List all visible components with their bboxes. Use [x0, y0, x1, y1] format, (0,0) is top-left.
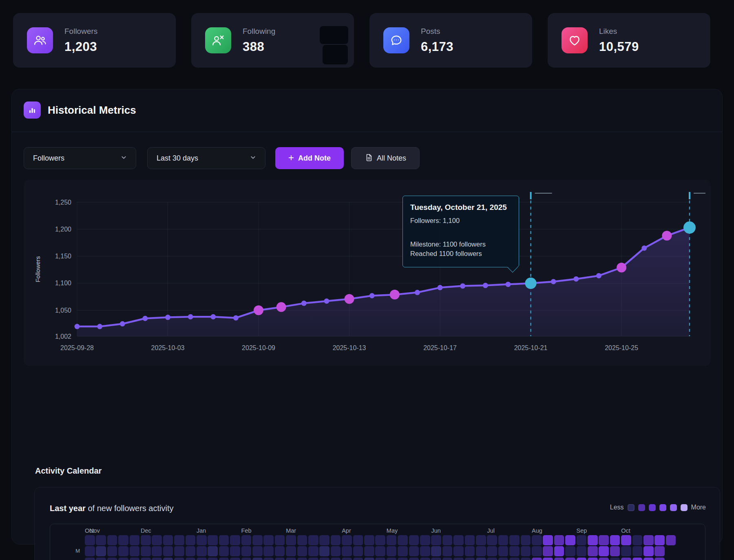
heatmap-cell[interactable] — [442, 558, 453, 560]
heatmap-cell[interactable] — [130, 558, 140, 560]
heatmap-cell[interactable] — [241, 546, 252, 556]
heatmap-cell[interactable] — [643, 558, 654, 560]
heatmap-cell[interactable] — [331, 535, 341, 545]
data-point[interactable] — [210, 314, 216, 320]
milestone-point[interactable] — [683, 221, 696, 234]
heatmap-cell[interactable] — [409, 546, 419, 556]
heatmap-cell[interactable] — [152, 558, 162, 560]
heatmap-cell[interactable] — [487, 546, 497, 556]
heatmap-cell[interactable] — [654, 535, 665, 545]
heatmap-cell[interactable] — [431, 546, 441, 556]
heatmap-cell[interactable] — [208, 546, 218, 556]
heatmap-cell[interactable] — [398, 535, 408, 545]
heatmap-cell[interactable] — [130, 546, 140, 556]
heatmap-cell[interactable] — [610, 558, 620, 560]
heatmap-cell[interactable] — [297, 546, 307, 556]
heatmap-cell[interactable] — [509, 535, 520, 545]
heatmap-cell[interactable] — [476, 558, 486, 560]
heatmap-cell[interactable] — [621, 535, 631, 545]
heatmap-cell[interactable] — [141, 535, 151, 545]
heatmap-cell[interactable] — [141, 558, 151, 560]
heatmap-cell[interactable] — [487, 535, 497, 545]
heatmap-cell[interactable] — [431, 558, 441, 560]
heatmap-cell[interactable] — [643, 546, 654, 556]
heatmap-cell[interactable] — [342, 535, 352, 545]
heatmap-cell[interactable] — [286, 535, 296, 545]
heatmap-cell[interactable] — [252, 558, 263, 560]
note-point[interactable] — [276, 302, 286, 312]
heatmap-cell[interactable] — [654, 546, 665, 556]
heatmap-cell[interactable] — [353, 546, 363, 556]
heatmap-cell[interactable] — [398, 558, 408, 560]
note-point[interactable] — [345, 294, 354, 304]
heatmap-cell[interactable] — [465, 546, 475, 556]
heatmap-cell[interactable] — [643, 535, 654, 545]
heatmap-cell[interactable] — [532, 546, 542, 556]
heatmap-cell[interactable] — [241, 535, 252, 545]
heatmap-cell[interactable] — [297, 558, 307, 560]
heatmap-cell[interactable] — [521, 546, 531, 556]
heatmap-cell[interactable] — [319, 546, 329, 556]
heatmap-cell[interactable] — [543, 535, 553, 545]
followers-line-chart[interactable]: 1,2501,2001,1501,1001,0501,0022025-09-28… — [24, 180, 711, 366]
heatmap-cell[interactable] — [263, 535, 274, 545]
range-select[interactable]: Last 30 days — [147, 147, 265, 169]
data-point[interactable] — [460, 283, 465, 289]
heatmap-cell[interactable] — [252, 546, 263, 556]
data-point[interactable] — [301, 301, 307, 306]
heatmap-cell[interactable] — [577, 558, 587, 560]
heatmap-cell[interactable] — [96, 546, 106, 556]
all-notes-button[interactable]: All Notes — [351, 147, 420, 169]
heatmap-cell[interactable] — [152, 535, 162, 545]
heatmap-cell[interactable] — [96, 558, 106, 560]
heatmap-cell[interactable] — [621, 558, 631, 560]
heatmap-cell[interactable] — [577, 546, 587, 556]
heatmap-cell[interactable] — [297, 535, 307, 545]
milestone-point[interactable] — [525, 278, 537, 289]
heatmap-cell[interactable] — [364, 546, 374, 556]
heatmap-cell[interactable] — [219, 546, 229, 556]
heatmap-cell[interactable] — [543, 546, 553, 556]
data-point[interactable] — [483, 283, 488, 288]
heatmap-cell[interactable] — [308, 558, 318, 560]
data-point[interactable] — [165, 315, 170, 320]
heatmap-cell[interactable] — [487, 558, 497, 560]
heatmap-cell[interactable] — [521, 558, 531, 560]
heatmap-cell[interactable] — [85, 535, 95, 545]
heatmap-cell[interactable] — [476, 535, 486, 545]
data-point[interactable] — [573, 276, 579, 282]
heatmap-cell[interactable] — [353, 558, 363, 560]
heatmap-cell[interactable] — [453, 558, 464, 560]
heatmap-cell[interactable] — [387, 558, 397, 560]
heatmap-cell[interactable] — [666, 535, 676, 545]
heatmap-cell[interactable] — [610, 546, 620, 556]
heatmap-cell[interactable] — [174, 558, 184, 560]
heatmap-cell[interactable] — [85, 546, 95, 556]
data-point[interactable] — [415, 290, 420, 295]
heatmap-cell[interactable] — [554, 535, 564, 545]
heatmap-cell[interactable] — [319, 535, 329, 545]
data-point[interactable] — [369, 293, 375, 298]
heatmap-cell[interactable] — [141, 546, 151, 556]
heatmap-cell[interactable] — [230, 546, 240, 556]
heatmap-cell[interactable] — [230, 535, 240, 545]
heatmap-cell[interactable] — [599, 546, 609, 556]
heatmap-cell[interactable] — [163, 558, 173, 560]
data-point[interactable] — [596, 273, 601, 278]
heatmap-cell[interactable] — [387, 535, 397, 545]
heatmap-cell[interactable] — [387, 546, 397, 556]
heatmap-cell[interactable] — [498, 546, 508, 556]
heatmap-cell[interactable] — [632, 535, 643, 545]
heatmap-cell[interactable] — [632, 558, 643, 560]
add-note-button[interactable]: + Add Note — [275, 147, 344, 169]
data-point[interactable] — [97, 324, 102, 329]
heatmap-cell[interactable] — [219, 558, 229, 560]
heatmap-cell[interactable] — [230, 558, 240, 560]
heatmap-cell[interactable] — [565, 535, 575, 545]
heatmap-cell[interactable] — [252, 535, 263, 545]
heatmap-cell[interactable] — [599, 558, 609, 560]
heatmap-cell[interactable] — [621, 546, 631, 556]
heatmap-cell[interactable] — [398, 546, 408, 556]
heatmap-cell[interactable] — [208, 535, 218, 545]
heatmap-cell[interactable] — [275, 546, 285, 556]
